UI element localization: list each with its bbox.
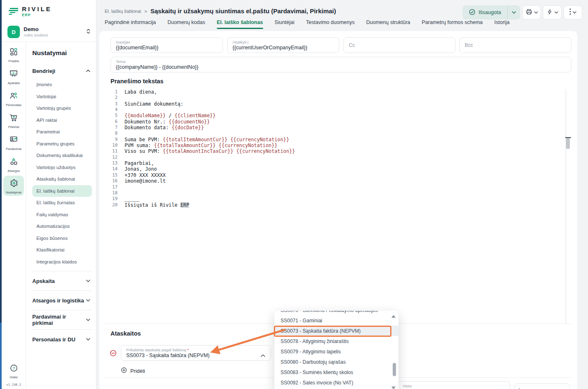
editor-line[interactable]: 19_____: [110, 196, 567, 202]
tab-duomenų-struktūra[interactable]: Duomenų struktūra: [366, 19, 410, 29]
tab-siuntėjai[interactable]: Siuntėjai: [275, 19, 295, 29]
sidebar-item-dokumentų-skaitliukai[interactable]: Dokumentų skaitliukai: [32, 150, 92, 162]
sidebar-item-ataskaitų-šablonai[interactable]: Ataskaitų šablonai: [32, 173, 92, 185]
editor-line[interactable]: 11Viso su PVM: {{totalAmountIncTaxCur}} …: [110, 148, 567, 154]
settings-menu: Nustatymai BendriejiĮmonėsVartotojaiVart…: [26, 42, 96, 389]
scroll-down-icon[interactable]: [391, 387, 396, 389]
dropdown-option[interactable]: SS0073 - Sąskaita faktūra (NEPVM): [274, 326, 398, 336]
sidebar-item-failų-valdymas[interactable]: Failų valdymas: [32, 209, 92, 221]
rail-item-pradžia[interactable]: Pradžia: [2, 44, 26, 66]
menu-section-pardavimai-ir-pirkimai[interactable]: Pardavimai ir pirkimai: [32, 310, 92, 329]
editor-line[interactable]: 10PVM suma: {{totalTaxAmountCur}} {{curr…: [110, 143, 567, 148]
automation-button[interactable]: [543, 5, 562, 19]
add-report-button[interactable]: Pridėti: [121, 367, 145, 375]
tab-pagrindinė-informacija[interactable]: Pagrindinė informacija: [105, 19, 156, 29]
save-status-button[interactable]: Išsaugota: [463, 5, 520, 19]
editor-line[interactable]: 17: [110, 184, 567, 190]
select-label: Vieta: [403, 384, 505, 388]
rail-item-personalas[interactable]: Personalas: [2, 88, 26, 110]
editor-line[interactable]: 16imone@imone.lt: [110, 178, 567, 184]
report-template-select[interactable]: Prikabinta ataskaita pagal šabloną * SS0…: [121, 345, 271, 361]
rail-item-label: Pardavimai: [6, 147, 22, 151]
dropdown-scrollbar-thumb[interactable]: [393, 363, 396, 376]
dropdown-option[interactable]: SS0080 - Darbuotojų sąrašas: [274, 357, 398, 367]
sidebar-item-automatizacijos[interactable]: Automatizacijos: [32, 220, 92, 232]
menu-section-bendrieji[interactable]: Bendrieji: [32, 65, 92, 77]
editor-line[interactable]: 9Suma be PVM: {{totalItemAmountCur}} {{c…: [110, 137, 567, 143]
recipient-field[interactable]: Gavėjas {{documentEmail}}: [110, 37, 223, 53]
sidebar-item-api-raktai[interactable]: API raktai: [32, 114, 92, 126]
tab-duomenų-kodas[interactable]: Duomenų kodas: [168, 19, 205, 29]
sidebar-item-eigos-būsenos[interactable]: Eigos būsenos: [32, 232, 92, 244]
breadcrumb-link[interactable]: El. laiškų šablonai: [105, 9, 141, 14]
editor-line[interactable]: 4: [110, 107, 567, 113]
rail-item-pardavimai[interactable]: Pardavimai: [2, 132, 26, 154]
editor-line[interactable]: 5{{moduleName}} / {{clientName}}: [110, 113, 567, 118]
vieta-select[interactable]: Vieta: [397, 381, 510, 389]
sidebar-item-parametrai[interactable]: Parametrai: [32, 126, 92, 138]
sidebar-item-integracijos-klaidos[interactable]: Integracijos klaidos: [32, 256, 92, 268]
dropdown-option[interactable]: SS0071 - Gaminiai: [274, 315, 398, 326]
cc-field[interactable]: Cc: [343, 37, 456, 53]
editor-line[interactable]: 7Dokumento data: {{docDate}}: [110, 125, 567, 130]
print-button[interactable]: [522, 5, 541, 19]
sidebar-item-el-laiškų-šablonai[interactable]: El. laiškų šablonai: [32, 185, 92, 197]
dropdown-option[interactable]: SS0083 - Suminės klientų skolos: [274, 367, 398, 377]
editor-line[interactable]: 3Siunčiame dokumentą:: [110, 101, 567, 107]
sidebar-item-klasifikatoriai[interactable]: Klasifikatoriai: [32, 244, 92, 256]
remove-report-icon[interactable]: [110, 350, 117, 358]
rail-item-atsargos[interactable]: Atsargos: [2, 154, 26, 176]
line-number: 11: [110, 148, 125, 154]
sidebar-item-vartotojų-grupės[interactable]: Vartotojų grupės: [32, 102, 92, 114]
bcc-field[interactable]: Bcc: [459, 37, 571, 53]
editor-scrollbar-track[interactable]: [566, 89, 566, 324]
save-status-label: Išsaugota: [478, 10, 501, 15]
dropdown-option[interactable]: SS0078 - Atlyginimų žiniaraštis: [274, 336, 398, 346]
reply-to-field[interactable]: Atsakyti į {{currentUserOrCompanyEmail}}: [227, 37, 339, 53]
sidebar-item-el-laiškų-žurnalas[interactable]: El. laiškų žurnalas: [32, 197, 92, 209]
subject-field[interactable]: Tema {{companyName}} - {{documentNo}}: [110, 57, 571, 72]
sidebar-item-įmonės[interactable]: Įmonės: [32, 79, 92, 91]
sidebar-item-parametrų-grupės[interactable]: Parametrų grupės: [32, 138, 92, 150]
editor-line[interactable]: 13Pagarbiai,: [110, 160, 567, 166]
sidebar-item-vartotojai[interactable]: Vartotojai: [32, 91, 92, 103]
app: RIVILE ERP D Demo Aušra Juodienė Pradžia…: [0, 0, 588, 389]
editor-line[interactable]: 1Laba diena,: [110, 89, 567, 95]
sidebar-item-vartotojo-užduotys[interactable]: Vartotojo užduotys: [32, 162, 92, 174]
more-actions-button[interactable]: [564, 5, 582, 19]
code-editor[interactable]: 1Laba diena,23Siunčiame dokumentą:45{{mo…: [110, 89, 567, 324]
editor-line[interactable]: 18: [110, 190, 567, 196]
editor-line[interactable]: 8: [110, 130, 567, 136]
dropdown-option[interactable]: SS0070 - Surinkimo / Išskaidymo operacij…: [274, 311, 398, 315]
editor-line[interactable]: 14Jonas, Jono: [110, 166, 567, 172]
rail-item-label: Pradžia: [8, 59, 19, 63]
editor-line[interactable]: 12: [110, 155, 567, 160]
tab-parametrų-formos-schema[interactable]: Parametrų formos schema: [422, 19, 482, 29]
menu-section-atsargos-ir-logistika[interactable]: Atsargos ir logistika: [32, 290, 92, 310]
editor-line[interactable]: 2: [110, 95, 567, 101]
dropdown-option[interactable]: SS0092 - Sales invoice (No VAT): [274, 377, 398, 388]
tab-testavimo-duomenys[interactable]: Testavimo duomenys: [306, 19, 355, 29]
editor-line[interactable]: 6Dokumento Nr.: {{documentNo}}: [110, 119, 567, 125]
message-text-heading: Pranešimo tekstas: [110, 78, 163, 85]
rail-item-nustatymai[interactable]: Nustatymai: [3, 176, 24, 196]
line-number: 6: [110, 119, 125, 125]
dropdown-option[interactable]: SS0079 - Atlyginimo lapelis: [274, 346, 398, 357]
editor-scrollbar-thumb[interactable]: [566, 138, 570, 149]
rail-item-gidas[interactable]: ? Gidas: [10, 364, 18, 379]
editor-line[interactable]: 15+370 XXX XXXXX: [110, 172, 567, 178]
editor-line[interactable]: 20Išsiųsta iš Rivile ERP: [110, 202, 567, 208]
menu-section-personalas-ir-du[interactable]: Personalas ir DU: [32, 329, 92, 349]
logo-subtitle: ERP: [22, 13, 52, 17]
tab-istorija[interactable]: Istorija: [494, 19, 510, 29]
tab-el-laiško-šablonas[interactable]: El. laiško šablonas: [217, 19, 263, 29]
menu-section-apskaita[interactable]: Apskaita: [32, 271, 92, 290]
account-switcher[interactable]: D Demo Aušra Juodienė: [7, 25, 91, 39]
save-options-caret[interactable]: [508, 11, 520, 14]
gear-icon: [9, 179, 18, 189]
account-expand-icon[interactable]: [86, 28, 91, 36]
rail-item-pirkimai[interactable]: Pirkimai: [2, 110, 26, 132]
scroll-up-icon[interactable]: [391, 315, 396, 318]
rail-item-apskaita[interactable]: Apskaita: [2, 66, 26, 88]
restore-default-button[interactable]: Atstatyti į sisteminį: [514, 383, 570, 389]
